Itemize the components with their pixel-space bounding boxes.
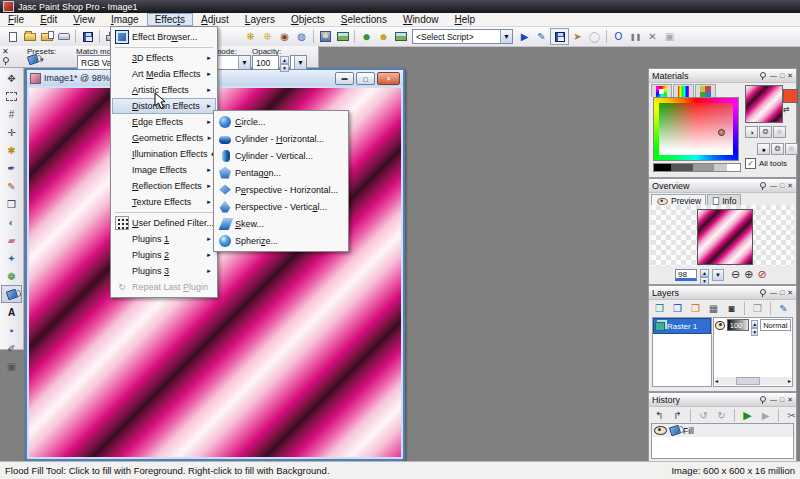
panel-close-icon[interactable]: ✕ <box>787 72 793 80</box>
menu-item-art-media-effects[interactable]: Art Media Effects► <box>112 66 216 82</box>
panel-maximize-icon[interactable]: □ <box>780 182 784 190</box>
object-selector-tool[interactable]: ▣ <box>1 357 22 375</box>
magic-wand-tool[interactable]: ✱ <box>1 141 22 159</box>
red-eye-removal-icon[interactable]: ◉ <box>276 29 293 44</box>
layer-row[interactable]: Raster 1 <box>653 318 711 334</box>
panel-close-icon[interactable]: ✕ <box>787 289 793 297</box>
user-photo-icon-2[interactable]: ☻ <box>375 29 392 44</box>
undo-icon[interactable]: ↰ <box>651 408 668 423</box>
new-layer-group-icon[interactable]: ▦ <box>705 301 722 316</box>
menu-item-user-defined-filter[interactable]: User Defined Filter... <box>112 215 216 231</box>
hue-ring[interactable] <box>653 97 739 161</box>
background-transparent-icon[interactable]: ⊘ <box>785 143 798 155</box>
edit-selection-icon[interactable]: ✎ <box>775 301 792 316</box>
menu-item-plugins-2[interactable]: Plugins 2► <box>112 247 216 263</box>
edit-script-icon[interactable]: ✎ <box>533 29 550 44</box>
user-photo-icon[interactable]: ☻ <box>358 29 375 44</box>
menu-item-texture-effects[interactable]: Texture Effects► <box>112 194 216 210</box>
zoom-100-icon[interactable]: ⊘ <box>757 268 766 281</box>
picture-frame-icon-2[interactable] <box>392 29 409 44</box>
menu-item-repeat-last-plugin[interactable]: ↻Repeat Last Plugin <box>112 279 216 295</box>
duplicate-layer-icon[interactable]: ❐ <box>749 301 766 316</box>
background-style-icon[interactable]: ● <box>757 143 770 155</box>
zoom-in-icon[interactable]: ⊕ <box>744 268 753 281</box>
layer-opacity-slider[interactable]: 100 <box>727 319 749 331</box>
foreground-material-swatch[interactable] <box>745 85 783 123</box>
submenu-item-circle[interactable]: Circle... <box>215 113 347 130</box>
opacity-slider-button[interactable]: ▼ <box>290 55 307 70</box>
pen-tool[interactable]: ✐ <box>1 339 22 357</box>
redo-all-icon[interactable]: ↻ <box>713 408 730 423</box>
menu-image[interactable]: Image <box>103 13 147 26</box>
panel-pin-icon[interactable] <box>759 289 767 297</box>
submenu-item-perspective-vertical[interactable]: Perspective - Vertical... <box>215 198 347 215</box>
foreground-texture-icon[interactable]: ❂ <box>759 126 772 138</box>
menu-item-geometric-effects[interactable]: Geometric Effects► <box>112 130 216 146</box>
panel-pin-icon[interactable] <box>759 182 767 190</box>
spin-up-icon[interactable]: ▲ <box>751 320 758 328</box>
menu-window[interactable]: Window <box>395 13 447 26</box>
foreground-style-icon[interactable]: ◑ <box>745 126 758 138</box>
cancel-script-icon[interactable]: ✕ <box>644 29 661 44</box>
pause-script-icon[interactable]: ❚❚ <box>627 29 644 44</box>
move-tool[interactable]: ✛ <box>1 123 22 141</box>
prune-history-icon[interactable]: ✂ <box>783 408 800 423</box>
photo-enhance-icon[interactable]: ❊ <box>259 29 276 44</box>
text-tool[interactable]: A <box>1 303 22 321</box>
overview-zoom-stepper[interactable]: ▲▼ <box>700 269 709 281</box>
menu-item-plugins-3[interactable]: Plugins 3► <box>112 263 216 279</box>
submenu-item-skew[interactable]: Skew... <box>215 215 347 232</box>
color-marker[interactable] <box>718 129 725 136</box>
airbrush-tool[interactable]: ✦ <box>1 249 22 267</box>
browse-images-icon[interactable] <box>38 29 55 44</box>
portrait-icon[interactable] <box>317 29 334 44</box>
script-state-icon[interactable]: ▣ <box>661 29 678 44</box>
paint-brush-tool[interactable]: ✎ <box>1 177 22 195</box>
select-script-dropdown[interactable]: <Select Script> ▼ <box>412 29 513 44</box>
new-vector-layer-icon[interactable]: ❐ <box>669 301 686 316</box>
run-script-icon[interactable]: ▶ <box>516 29 533 44</box>
picture-tube-tool[interactable]: ❁ <box>1 267 22 285</box>
redo-icon[interactable]: ↱ <box>669 408 686 423</box>
save-script-icon[interactable] <box>550 28 569 45</box>
materials-panel-title-bar[interactable]: Materials —□✕ <box>649 69 796 83</box>
menu-selections[interactable]: Selections <box>333 13 395 26</box>
submenu-item-perspective-horizontal[interactable]: Perspective - Horizontal... <box>215 181 347 198</box>
panel-minimize-icon[interactable]: — <box>770 396 777 404</box>
panel-pin-icon[interactable] <box>759 396 767 404</box>
scroll-left-icon[interactable]: ◂ <box>715 377 718 385</box>
chevron-down-icon[interactable]: ▼ <box>712 269 724 281</box>
menu-item-illumination-effects[interactable]: Illumination Effects► <box>112 146 216 162</box>
dodge-brush-tool[interactable]: ◐ <box>1 213 22 231</box>
new-image-icon[interactable] <box>4 29 21 44</box>
menu-help[interactable]: Help <box>447 13 484 26</box>
grayscale-strip[interactable] <box>653 163 741 172</box>
palette-pin-icon[interactable] <box>2 57 10 65</box>
picture-frame-icon[interactable] <box>334 29 351 44</box>
history-visibility-icon[interactable] <box>654 426 667 435</box>
background-texture-icon[interactable]: ❂ <box>771 143 784 155</box>
materials-tab-rainbow[interactable] <box>673 84 694 97</box>
background-material-swatch[interactable] <box>783 89 798 103</box>
spin-up-icon[interactable]: ▲ <box>280 56 289 64</box>
record-script-icon[interactable]: O <box>610 29 627 44</box>
menu-item-3d-effects[interactable]: 3D Effects► <box>112 50 216 66</box>
panel-close-icon[interactable]: ✕ <box>787 396 793 404</box>
apply-step-icon[interactable]: ▶ <box>739 408 756 423</box>
undo-all-icon[interactable]: ↺ <box>695 408 712 423</box>
makeover-icon[interactable]: ◍ <box>293 29 310 44</box>
apply-all-icon[interactable]: ▶ <box>757 408 774 423</box>
spin-up-icon[interactable]: ▲ <box>700 269 709 277</box>
layers-panel-title-bar[interactable]: Layers —□✕ <box>649 286 796 300</box>
panel-close-icon[interactable]: ✕ <box>787 182 793 190</box>
selection-tool[interactable] <box>1 87 22 105</box>
overview-panel-title-bar[interactable]: Overview —□✕ <box>649 179 796 193</box>
new-mask-layer-icon[interactable]: ◙ <box>723 301 740 316</box>
photo-fix-icon[interactable]: ❋ <box>242 29 259 44</box>
dropper-tool[interactable]: ✒ <box>1 159 22 177</box>
clone-brush-tool[interactable]: ❐ <box>1 195 22 213</box>
spin-down-icon[interactable]: ▼ <box>751 328 758 336</box>
history-panel-title-bar[interactable]: History —□✕ <box>649 393 796 407</box>
submenu-item-pentagon[interactable]: Pentagon... <box>215 164 347 181</box>
all-tools-option[interactable]: ✓ All tools <box>745 158 787 169</box>
